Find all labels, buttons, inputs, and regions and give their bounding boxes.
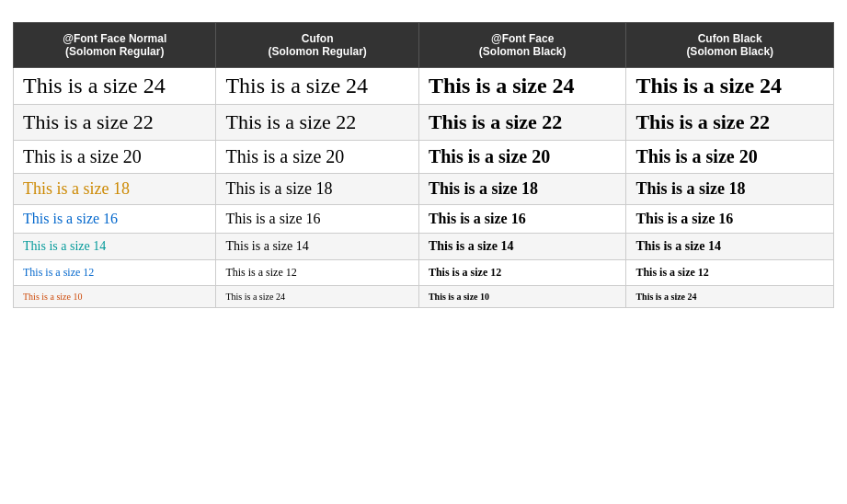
- cell-cufon-black: This is a size 24: [626, 68, 834, 105]
- cell-fontface-normal: This is a size 14: [14, 234, 216, 260]
- cell-fontface-black: This is a size 16: [418, 205, 626, 234]
- cell-fontface-black: This is a size 12: [418, 260, 626, 286]
- cell-fontface-normal: This is a size 16: [14, 205, 216, 234]
- table-body: This is a size 24This is a size 24This i…: [14, 68, 834, 308]
- cell-fontface-normal: This is a size 18: [14, 174, 216, 205]
- header-col3: @Font Face(Solomon Black): [418, 23, 626, 68]
- cell-cufon-black: This is a size 14: [626, 234, 834, 260]
- cell-cufon-normal: This is a size 24: [216, 286, 418, 308]
- cell-fontface-black: This is a size 18: [418, 174, 626, 205]
- comparison-table: @Font Face Normal(Solomon Regular) Cufon…: [13, 22, 834, 308]
- header-col1: @Font Face Normal(Solomon Regular): [14, 23, 216, 68]
- cell-fontface-black: This is a size 22: [418, 105, 626, 141]
- table-row: This is a size 12This is a size 12This i…: [14, 260, 834, 286]
- table-row: This is a size 10This is a size 24This i…: [14, 286, 834, 308]
- table-row: This is a size 16This is a size 16This i…: [14, 205, 834, 234]
- header-row: @Font Face Normal(Solomon Regular) Cufon…: [14, 23, 834, 68]
- cell-cufon-normal: This is a size 24: [216, 68, 418, 105]
- cell-fontface-normal: This is a size 20: [14, 141, 216, 174]
- header-col4: Cufon Black(Solomon Black): [626, 23, 834, 68]
- cell-cufon-black: This is a size 24: [626, 286, 834, 308]
- table-row: This is a size 14This is a size 14This i…: [14, 234, 834, 260]
- cell-fontface-normal: This is a size 10: [14, 286, 216, 308]
- cell-fontface-black: This is a size 10: [418, 286, 626, 308]
- cell-cufon-normal: This is a size 22: [216, 105, 418, 141]
- table-row: This is a size 24This is a size 24This i…: [14, 68, 834, 105]
- cell-fontface-black: This is a size 24: [418, 68, 626, 105]
- cell-fontface-normal: This is a size 22: [14, 105, 216, 141]
- cell-cufon-black: This is a size 18: [626, 174, 834, 205]
- cell-fontface-black: This is a size 20: [418, 141, 626, 174]
- table-row: This is a size 18This is a size 18This i…: [14, 174, 834, 205]
- cell-fontface-black: This is a size 14: [418, 234, 626, 260]
- cell-cufon-normal: This is a size 12: [216, 260, 418, 286]
- cell-cufon-normal: This is a size 20: [216, 141, 418, 174]
- table-row: This is a size 22This is a size 22This i…: [14, 105, 834, 141]
- cell-cufon-black: This is a size 16: [626, 205, 834, 234]
- table-row: This is a size 20This is a size 20This i…: [14, 141, 834, 174]
- cell-cufon-normal: This is a size 16: [216, 205, 418, 234]
- cell-cufon-normal: This is a size 14: [216, 234, 418, 260]
- cell-cufon-normal: This is a size 18: [216, 174, 418, 205]
- cell-fontface-normal: This is a size 24: [14, 68, 216, 105]
- cell-fontface-normal: This is a size 12: [14, 260, 216, 286]
- table-header: @Font Face Normal(Solomon Regular) Cufon…: [14, 23, 834, 68]
- cell-cufon-black: This is a size 12: [626, 260, 834, 286]
- cell-cufon-black: This is a size 20: [626, 141, 834, 174]
- cell-cufon-black: This is a size 22: [626, 105, 834, 141]
- header-col2: Cufon(Solomon Regular): [216, 23, 418, 68]
